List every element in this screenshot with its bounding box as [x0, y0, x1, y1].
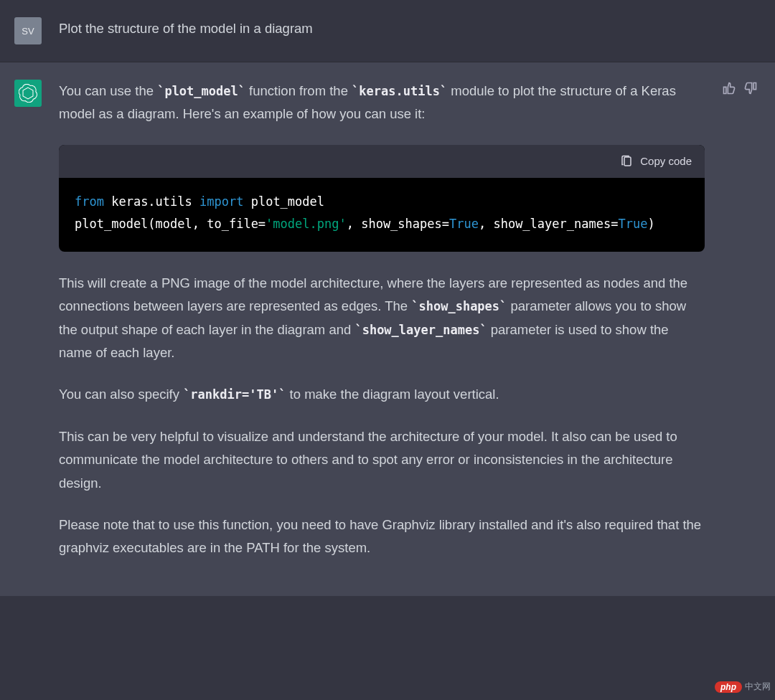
clipboard-icon	[620, 155, 633, 168]
intro-paragraph: You can use the `plot_model` function fr…	[59, 80, 705, 126]
thumbs-up-icon[interactable]	[722, 81, 736, 95]
svg-rect-0	[624, 157, 631, 166]
text: You can also specify	[59, 387, 183, 402]
inline-code-keras-utils: `keras.utils`	[352, 84, 447, 98]
paragraph-4: This can be very helpful to visualize an…	[59, 425, 705, 495]
inline-code-show-layer-names: `show_layer_names`	[354, 323, 487, 337]
openai-logo-icon	[19, 84, 37, 103]
code-content: from keras.utils import plot_model plot_…	[59, 178, 705, 252]
user-message: SV Plot the structure of the model in a …	[0, 0, 775, 62]
assistant-content: You can use the `plot_model` function fr…	[59, 80, 705, 579]
inline-code-show-shapes: `show_shapes`	[411, 299, 507, 313]
copy-code-button[interactable]: Copy code	[620, 152, 692, 171]
inline-code-plot-model: `plot_model`	[157, 84, 245, 98]
paragraph-3: You can also specify `rankdir='TB'` to m…	[59, 383, 705, 406]
text: function from the	[245, 83, 352, 98]
inline-code-rankdir: `rankdir='TB'`	[183, 387, 286, 402]
code-block: Copy code from keras.utils import plot_m…	[59, 145, 705, 252]
paragraph-2: This will create a PNG image of the mode…	[59, 272, 705, 365]
watermark: php 中文网	[715, 681, 771, 693]
feedback-controls	[722, 80, 758, 579]
thumbs-down-icon[interactable]	[743, 81, 758, 95]
code-header: Copy code	[59, 145, 705, 178]
assistant-avatar	[14, 80, 42, 107]
paragraph-5: Please note that to use this function, y…	[59, 514, 705, 560]
user-prompt: Plot the structure of the model in a dia…	[59, 17, 705, 44]
copy-code-label: Copy code	[640, 152, 692, 171]
assistant-message: You can use the `plot_model` function fr…	[0, 62, 775, 596]
watermark-pill: php	[715, 681, 742, 693]
text: You can use the	[59, 83, 157, 98]
user-avatar: SV	[14, 17, 42, 44]
watermark-text: 中文网	[745, 681, 771, 693]
text: to make the diagram layout vertical.	[286, 387, 499, 402]
